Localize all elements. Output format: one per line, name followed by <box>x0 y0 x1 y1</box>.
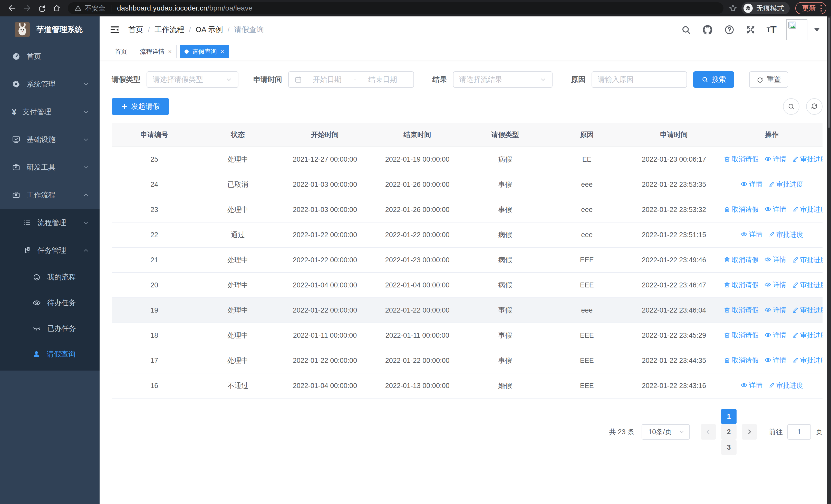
sidebar-item-支付管理[interactable]: ¥支付管理 <box>0 98 99 126</box>
progress-action-link[interactable]: 审批进度 <box>792 331 823 340</box>
cell-status: 通过 <box>197 222 279 247</box>
back-icon[interactable] <box>5 1 20 16</box>
address-bar[interactable]: 不安全 dashboard.yudao.iocoder.cn/bpm/oa/le… <box>68 2 723 14</box>
page-button-2[interactable]: 2 <box>721 424 737 440</box>
sidebar-item-工作流程[interactable]: 工作流程 <box>0 181 99 209</box>
font-size-icon[interactable]: TT <box>767 25 777 35</box>
detail-action-link[interactable]: 详情 <box>764 356 786 365</box>
progress-action-link[interactable]: 审批进度 <box>792 205 823 214</box>
detail-action-link[interactable]: 详情 <box>764 305 786 314</box>
result-select[interactable] <box>453 71 552 88</box>
end-date-placeholder[interactable]: 结束日期 <box>358 75 408 84</box>
tab-首页[interactable]: 首页 <box>110 45 132 58</box>
reason-input[interactable] <box>592 71 687 88</box>
action-label: 审批进度 <box>800 155 823 164</box>
browser-menu-icon[interactable] <box>821 5 822 11</box>
chevron-down-icon <box>540 76 546 83</box>
cancel-action-link[interactable]: 取消请假 <box>724 356 758 365</box>
detail-action-link[interactable]: 详情 <box>740 180 763 188</box>
cell-end: 2022-01-04 00:00:00 <box>371 272 463 298</box>
next-page-button[interactable] <box>742 424 757 440</box>
sidebar-item-已办任务[interactable]: 已办任务 <box>0 316 99 341</box>
reload-icon[interactable] <box>34 1 49 16</box>
detail-action-link[interactable]: 详情 <box>764 205 786 214</box>
forward-icon[interactable] <box>20 1 34 16</box>
progress-action-link[interactable]: 审批进度 <box>792 255 823 264</box>
cancel-action-link[interactable]: 取消请假 <box>724 205 758 214</box>
sidebar-item-我的流程[interactable]: 我的流程 <box>0 264 99 290</box>
fullscreen-icon[interactable] <box>746 25 756 35</box>
detail-action-link[interactable]: 详情 <box>740 230 763 239</box>
detail-action-link[interactable]: 详情 <box>764 154 786 164</box>
cell-status: 处理中 <box>197 147 279 172</box>
search-icon[interactable] <box>681 25 691 35</box>
reset-button[interactable]: 重置 <box>749 71 788 88</box>
sidebar-item-流程管理[interactable]: 流程管理 <box>0 209 99 237</box>
user-avatar[interactable] <box>786 19 807 40</box>
avatar-dropdown-icon[interactable] <box>814 28 820 32</box>
security-chip[interactable]: 不安全 <box>75 4 106 13</box>
page-size-select[interactable]: 10条/页 <box>641 424 690 440</box>
close-icon[interactable]: × <box>168 48 172 55</box>
bookmark-star-icon[interactable] <box>728 4 737 12</box>
detail-action-link[interactable]: 详情 <box>764 280 786 289</box>
page-button-3[interactable]: 3 <box>721 440 737 455</box>
action-label: 审批进度 <box>776 180 803 189</box>
search-button[interactable]: 搜索 <box>693 71 734 88</box>
progress-action-link[interactable]: 审批进度 <box>768 230 803 239</box>
page-button-1[interactable]: 1 <box>721 409 737 424</box>
column-header: 申请编号 <box>112 123 197 147</box>
eye-s-icon <box>740 231 748 238</box>
close-icon[interactable]: × <box>221 48 224 55</box>
tab-流程详情[interactable]: 流程详情× <box>135 45 177 58</box>
home-icon[interactable] <box>49 1 64 16</box>
goto-page-input[interactable] <box>787 424 811 440</box>
update-button[interactable]: 更新 <box>795 2 826 14</box>
breadcrumb-item[interactable]: 首页 <box>128 25 143 35</box>
collapse-sidebar-icon[interactable] <box>110 25 120 35</box>
detail-action-link[interactable]: 详情 <box>764 255 786 264</box>
start-date-placeholder[interactable]: 开始日期 <box>302 75 352 84</box>
browser-scrollbar[interactable] <box>827 17 831 504</box>
breadcrumb-item[interactable]: OA 示例 <box>196 25 223 35</box>
date-range-picker[interactable]: 开始日期 - 结束日期 <box>288 71 414 88</box>
cell-reason: EEE <box>547 247 627 272</box>
detail-action-link[interactable]: 详情 <box>764 330 786 339</box>
refresh-table-button[interactable] <box>806 98 823 115</box>
chevron-down-icon <box>226 76 232 83</box>
progress-action-link[interactable]: 审批进度 <box>792 306 823 315</box>
help-icon[interactable] <box>724 24 735 35</box>
cancel-action-link[interactable]: 取消请假 <box>724 155 758 164</box>
sidebar-item-首页[interactable]: 首页 <box>0 42 99 70</box>
progress-action-link[interactable]: 审批进度 <box>768 180 803 189</box>
sidebar-item-系统管理[interactable]: 系统管理 <box>0 70 99 98</box>
github-icon[interactable] <box>702 24 713 35</box>
monitor-icon <box>12 135 21 144</box>
leave-type-select[interactable] <box>147 71 238 88</box>
cell-type: 事假 <box>463 323 547 348</box>
sidebar-item-研发工具[interactable]: 研发工具 <box>0 153 99 181</box>
sidebar-item-基础设施[interactable]: 基础设施 <box>0 126 99 153</box>
progress-action-link[interactable]: 审批进度 <box>768 381 803 390</box>
pencil-icon <box>768 231 775 238</box>
cancel-action-link[interactable]: 取消请假 <box>724 280 758 290</box>
cancel-action-link[interactable]: 取消请假 <box>724 306 758 315</box>
cancel-action-link[interactable]: 取消请假 <box>724 255 758 264</box>
breadcrumb-item[interactable]: 工作流程 <box>154 25 184 35</box>
progress-action-link[interactable]: 审批进度 <box>792 155 823 164</box>
sidebar-item-待办任务[interactable]: 待办任务 <box>0 290 99 316</box>
detail-action-link[interactable]: 详情 <box>740 381 763 390</box>
sidebar-item-请假查询[interactable]: 请假查询 <box>0 341 99 367</box>
action-label: 取消请假 <box>732 306 758 315</box>
tab-请假查询[interactable]: 请假查询× <box>180 45 229 58</box>
sidebar-item-任务管理[interactable]: 任务管理 <box>0 237 99 264</box>
toggle-search-button[interactable] <box>783 98 799 115</box>
cell-status: 处理中 <box>197 323 279 348</box>
browser-chrome: 不安全 dashboard.yudao.iocoder.cn/bpm/oa/le… <box>0 0 831 17</box>
progress-action-link[interactable]: 审批进度 <box>792 356 823 365</box>
progress-action-link[interactable]: 审批进度 <box>792 280 823 290</box>
cancel-action-link[interactable]: 取消请假 <box>724 331 758 340</box>
logo-row[interactable]: 芋道管理系统 <box>0 17 99 42</box>
create-leave-button[interactable]: 发起请假 <box>112 98 169 115</box>
prev-page-button[interactable] <box>700 424 716 440</box>
